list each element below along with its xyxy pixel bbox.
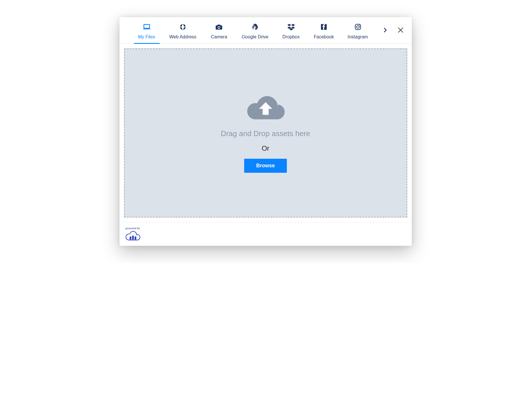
svg-point-10	[359, 25, 360, 26]
dropzone[interactable]: Drag and Drop assets here Or Browse	[124, 48, 407, 217]
cloudinary-logo-icon	[125, 230, 141, 241]
svg-rect-1	[143, 29, 150, 29]
google-drive-icon	[250, 22, 260, 32]
svg-rect-15	[134, 237, 136, 240]
tab-label: My Files	[138, 34, 155, 40]
cloud-upload-icon	[244, 93, 287, 123]
tab-label: Instagram	[348, 34, 368, 40]
svg-point-9	[356, 25, 359, 28]
drop-instruction-text: Drag and Drop assets here	[221, 129, 310, 138]
powered-by-text: powered by	[126, 226, 140, 230]
camera-icon	[214, 22, 224, 32]
dropbox-icon	[287, 22, 296, 32]
svg-rect-3	[180, 27, 186, 28]
tabbar-controls	[380, 17, 412, 44]
chevron-right-icon	[382, 27, 388, 34]
instagram-icon	[353, 22, 363, 32]
upload-modal: My Files Web Address Camera Google Drive	[119, 17, 412, 246]
tab-my-files[interactable]: My Files	[131, 17, 162, 44]
modal-footer: powered by	[119, 222, 412, 246]
svg-rect-0	[144, 24, 150, 28]
tab-camera[interactable]: Camera	[203, 17, 235, 44]
tab-instagram[interactable]: Instagram	[341, 17, 375, 44]
globe-icon	[178, 22, 187, 32]
source-tabbar: My Files Web Address Camera Google Drive	[119, 17, 412, 44]
powered-by-link[interactable]: powered by	[125, 226, 141, 241]
svg-rect-13	[130, 237, 131, 240]
tab-label: Camera	[211, 34, 227, 40]
tab-web-address[interactable]: Web Address	[162, 17, 203, 44]
tab-dropbox[interactable]: Dropbox	[275, 17, 307, 44]
close-icon	[397, 26, 404, 35]
tab-label: Facebook	[314, 34, 334, 40]
content-area: Drag and Drop assets here Or Browse	[119, 44, 412, 222]
laptop-icon	[142, 22, 151, 32]
tab-facebook[interactable]: Facebook	[307, 17, 341, 44]
tab-google-drive[interactable]: Google Drive	[235, 17, 275, 44]
tab-label: Google Drive	[242, 34, 268, 40]
tabs-scroll-right-button[interactable]	[380, 25, 391, 36]
svg-rect-14	[132, 236, 134, 240]
or-separator-text: Or	[262, 144, 269, 152]
tab-label: Dropbox	[283, 34, 300, 40]
browse-button[interactable]: Browse	[244, 159, 287, 173]
close-button[interactable]	[395, 24, 407, 37]
tab-label: Web Address	[169, 34, 197, 40]
svg-point-6	[218, 27, 220, 28]
facebook-icon	[319, 22, 328, 32]
